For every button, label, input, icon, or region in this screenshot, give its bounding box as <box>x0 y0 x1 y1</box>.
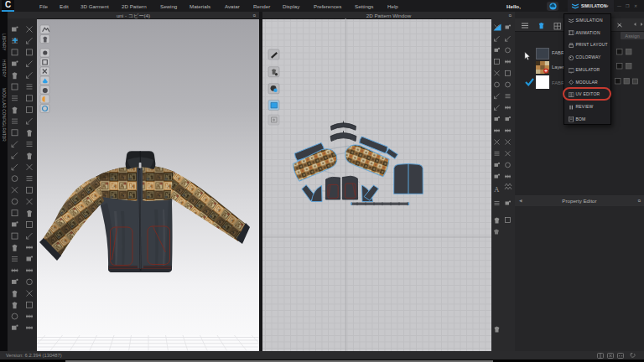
svg-text:A: A <box>494 185 500 194</box>
svg-text:Assign: Assign <box>625 34 639 39</box>
